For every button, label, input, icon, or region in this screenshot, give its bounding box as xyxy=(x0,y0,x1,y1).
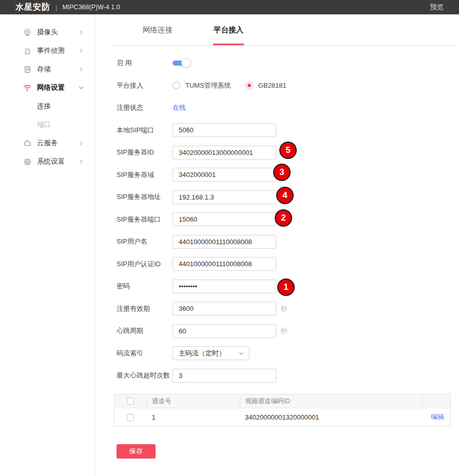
register-valid-period-input[interactable] xyxy=(173,302,276,315)
field-label: SIP服务器地址 xyxy=(117,192,173,202)
enable-toggle[interactable] xyxy=(173,60,189,66)
sidebar-item-system-settings[interactable]: 系统设置 xyxy=(0,152,94,171)
header-video-channel-id: 视频通道编码ID xyxy=(240,394,423,408)
field-password: 密码 1 xyxy=(95,280,459,293)
annotation-badge-2: 2 xyxy=(275,209,292,227)
row-checkbox[interactable] xyxy=(127,414,134,421)
storage-icon xyxy=(23,65,32,74)
field-sip-server-domain: SIP服务器域 3 xyxy=(95,168,459,182)
local-sip-port-input[interactable] xyxy=(173,123,276,137)
chevron-right-icon xyxy=(78,29,84,35)
radio-checked-icon xyxy=(245,82,253,89)
field-label: 心跳周期 xyxy=(117,326,173,335)
sidebar-item-event-detection[interactable]: 事件侦测 xyxy=(0,42,94,60)
header-action xyxy=(423,394,451,408)
sidebar-item-label: 云服务 xyxy=(37,138,78,148)
camera-icon xyxy=(23,28,32,37)
annotation-badge-3: 3 xyxy=(273,164,291,181)
table-header-row: 通道号 视频通道编码ID xyxy=(114,394,451,408)
header-channel: 通道号 xyxy=(146,394,240,408)
radio-label: TUMS管理系统 xyxy=(185,81,231,90)
chevron-down-icon xyxy=(78,85,84,91)
sidebar-item-label: 摄像头 xyxy=(37,28,78,37)
sidebar-subitem-label: 端口 xyxy=(37,120,51,129)
edit-link[interactable]: 编辑 xyxy=(431,413,444,421)
sip-server-port-input[interactable] xyxy=(173,212,276,226)
field-sip-user-auth-id: SIP用户认证ID xyxy=(95,257,459,271)
selected-value: 主码流（定时） xyxy=(179,349,238,358)
field-heartbeat-interval: 心跳周期 秒 xyxy=(95,324,459,338)
sidebar-item-label: 事件侦测 xyxy=(37,46,78,55)
top-bar: 水星安防 | MIPC368(P)W-4 1.0 预览 xyxy=(0,0,459,14)
brand-logo: 水星安防 xyxy=(15,2,50,13)
tab-platform-access[interactable]: 平台接入 xyxy=(214,14,243,45)
field-stream-index: 码流索引 主码流（定时） xyxy=(95,347,459,360)
platform-radio-group: TUMS管理系统 GB28181 xyxy=(173,81,301,90)
sidebar-subitem-port[interactable]: 端口 xyxy=(0,115,94,134)
sip-server-id-input[interactable] xyxy=(173,146,276,160)
platform-access-form: 启 用 平台接入 TUMS管理系统 GB28181 注册状态 xyxy=(95,46,459,459)
chevron-down-icon xyxy=(238,350,244,356)
field-label: 最大心跳超时次数 xyxy=(117,371,173,380)
stream-index-select[interactable]: 主码流（定时） xyxy=(173,346,250,360)
cell-action: 编辑 xyxy=(423,408,451,426)
sidebar-item-storage[interactable]: 存储 xyxy=(0,60,94,78)
sidebar-subitem-label: 连接 xyxy=(37,102,51,111)
sip-username-input[interactable] xyxy=(173,235,276,249)
wifi-icon xyxy=(23,83,32,92)
heartbeat-interval-input[interactable] xyxy=(173,324,276,338)
password-input[interactable] xyxy=(173,280,276,293)
unit-seconds: 秒 xyxy=(281,326,288,335)
field-label: 启 用 xyxy=(117,58,173,68)
preview-link[interactable]: 预览 xyxy=(430,3,444,12)
select-all-checkbox[interactable] xyxy=(127,398,134,405)
cell-channel: 1 xyxy=(146,408,240,426)
toggle-knob xyxy=(181,58,191,68)
cell-video-channel-id: 34020000001320000001 xyxy=(240,408,423,426)
sip-server-domain-input[interactable] xyxy=(173,168,276,182)
header-checkbox-cell xyxy=(114,394,147,408)
annotation-badge-5: 5 xyxy=(279,142,297,159)
field-label: 码流索引 xyxy=(117,349,173,358)
field-sip-server-port: SIP服务器端口 2 xyxy=(95,213,459,226)
sidebar-item-network-settings[interactable]: 网络设置 xyxy=(0,78,94,97)
field-label: SIP服务器端口 xyxy=(117,215,173,224)
field-label: SIP用户认证ID xyxy=(117,260,173,269)
sidebar-item-label: 存储 xyxy=(37,65,78,74)
tab-network-connection[interactable]: 网络连接 xyxy=(143,14,173,45)
field-label: 平台接入 xyxy=(117,81,173,90)
annotation-badge-1: 1 xyxy=(277,279,295,296)
field-label: 注册有效期 xyxy=(117,304,173,313)
field-label: 本地SIP端口 xyxy=(117,126,173,135)
field-sip-server-id: SIP服务器ID 5 xyxy=(95,146,459,159)
row-checkbox-cell xyxy=(114,408,147,426)
unit-seconds: 秒 xyxy=(281,304,288,313)
sip-server-address-input[interactable] xyxy=(173,190,276,204)
channel-table: 通道号 视频通道编码ID 1 34020000001320000001 编辑 xyxy=(114,394,451,426)
chevron-right-icon xyxy=(78,48,84,54)
sidebar-item-cloud-service[interactable]: 云服务 xyxy=(0,134,94,152)
save-button[interactable]: 保存 xyxy=(117,444,156,459)
sidebar-item-label: 系统设置 xyxy=(37,157,78,166)
field-label: 密码 xyxy=(117,282,173,291)
sidebar-item-label: 网络设置 xyxy=(37,83,78,92)
sidebar-item-camera[interactable]: 摄像头 xyxy=(0,23,94,42)
chevron-right-icon xyxy=(78,158,84,165)
gear-icon xyxy=(23,157,32,166)
annotation-badge-4: 4 xyxy=(276,187,294,204)
field-label: SIP用户名 xyxy=(117,237,173,246)
field-label: SIP服务器域 xyxy=(117,170,173,180)
registration-status-value[interactable]: 在线 xyxy=(173,103,186,112)
cloud-icon xyxy=(23,138,32,148)
field-sip-server-address: SIP服务器地址 4 xyxy=(95,190,459,204)
max-heartbeat-timeout-input[interactable] xyxy=(173,369,276,383)
main-content: 网络连接 平台接入 启 用 平台接入 TUMS管理系统 GB28181 xyxy=(95,14,459,476)
sip-user-auth-id-input[interactable] xyxy=(173,257,276,271)
field-enable: 启 用 xyxy=(95,56,459,70)
logo-divider: | xyxy=(55,4,57,11)
radio-option-tums[interactable]: TUMS管理系统 xyxy=(173,81,231,90)
alarm-icon xyxy=(23,46,32,55)
sidebar-subitem-connection[interactable]: 连接 xyxy=(0,97,94,115)
radio-label: GB28181 xyxy=(258,82,286,89)
radio-option-gb28181[interactable]: GB28181 xyxy=(245,82,286,89)
